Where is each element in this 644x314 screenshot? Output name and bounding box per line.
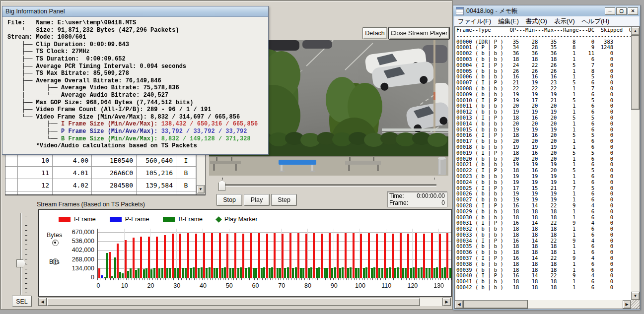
x-tick (372, 278, 373, 280)
notepad-scroll-up-button[interactable]: ▲ (631, 27, 640, 35)
x-tick (404, 278, 404, 280)
time-label: Time: (389, 192, 404, 199)
close-button[interactable]: ✕ (628, 7, 638, 15)
chart-scroll-left-button[interactable]: ◀ (38, 298, 47, 306)
notepad-titlebar[interactable]: 00418.log - メモ帳 ─ ▢ ✕ (453, 5, 640, 16)
frame-bar (279, 268, 281, 278)
frame-bar (429, 268, 430, 278)
info-line: ├── TS Clock: 27MHz (7, 48, 266, 56)
x-tick (210, 278, 211, 280)
x-tick (257, 278, 258, 280)
y-tick-label: 670,000 (60, 229, 94, 236)
x-tick (126, 278, 127, 280)
table-row[interactable]: 124.02284580139,584B (5, 179, 205, 191)
frame-bar (439, 234, 441, 278)
play-button[interactable]: Play (244, 194, 270, 206)
x-tick (341, 278, 341, 280)
x-tick (323, 278, 323, 280)
frame-bar (177, 268, 179, 278)
info-line: Stream: Mode: 1080/60i (7, 34, 266, 41)
frame-bar (111, 276, 113, 278)
x-tick (440, 278, 441, 280)
menu-item[interactable]: 編集(E) (495, 17, 522, 26)
frame-table-scroll-down-button[interactable]: ▼ (197, 185, 205, 193)
info-line: ├── Max GOP Size: 968,064 Bytes (7,744,5… (7, 99, 266, 107)
chart-scroll-right-button[interactable]: ▶ (442, 298, 451, 306)
table-cell: 139,584 (137, 179, 176, 191)
play-button-label: Play (251, 196, 263, 203)
frame-bar (127, 271, 129, 278)
x-tick-label: 120 (407, 282, 418, 289)
notepad-scroll-left-button[interactable]: ◀ (455, 300, 463, 309)
table-cell: B (176, 179, 196, 191)
x-tick (137, 278, 137, 280)
frame-bar (337, 234, 339, 278)
info-line: │ └── Average Audio Bitrate: 240,527 (7, 92, 266, 99)
notepad-v-scroll-thumb[interactable] (631, 35, 640, 110)
notepad-h-scrollbar[interactable]: ◀ ▶ (455, 300, 631, 309)
notepad-v-scrollbar[interactable]: ▲ ▼ (631, 27, 640, 300)
frame-bar (156, 237, 158, 278)
notepad-h-scroll-thumb[interactable] (463, 300, 528, 309)
x-tick (273, 278, 273, 280)
zoom-slider-track[interactable] (20, 213, 22, 295)
x-tick (144, 278, 145, 280)
x-tick (383, 278, 383, 280)
menu-item[interactable]: ファイル(F) (454, 17, 495, 26)
frame-bar (158, 268, 160, 278)
x-tick (132, 278, 132, 280)
x-tick-label: 100 (355, 282, 365, 289)
x-tick (432, 278, 433, 280)
detach-button[interactable]: Detach (362, 27, 387, 39)
menu-item[interactable]: ヘルプ(H) (578, 17, 613, 26)
frame-bar (292, 268, 294, 278)
chart-h-scrollbar[interactable]: ◀ ▶ (38, 298, 451, 306)
x-tick-label: 40 (200, 282, 207, 289)
x-tick (409, 278, 410, 280)
menu-item[interactable]: 書式(O) (522, 17, 551, 26)
big-information-panel-titlebar[interactable]: Big Information Panel (2, 6, 268, 17)
x-tick (100, 278, 100, 280)
chart-scroll-thumb[interactable] (47, 298, 420, 306)
seek-slider-track[interactable] (222, 184, 436, 187)
x-tick (286, 278, 286, 280)
frame-bar (331, 268, 333, 278)
seek-slider-thumb[interactable] (218, 181, 225, 191)
x-tick (121, 278, 121, 280)
frame-bar (253, 268, 255, 278)
info-line: ├── Video Frame Count (All-I/P/B): 289 -… (7, 106, 266, 114)
legend-swatch (163, 217, 175, 222)
x-tick (262, 278, 263, 280)
bytes-radio[interactable] (52, 240, 59, 246)
table-row[interactable]: 104.001E0540560,640I (5, 154, 205, 167)
legend-swatch (59, 217, 71, 222)
table-cell: 10 (18, 154, 53, 167)
notepad-scroll-down-button[interactable]: ▼ (631, 292, 640, 300)
close-stream-player-button[interactable]: Close Stream Player (389, 27, 449, 39)
table-row[interactable]: 135.002A6E40599,232I (5, 191, 205, 195)
frame-bar (219, 233, 221, 278)
legend-label: I-Frame (74, 216, 96, 223)
time-frame-readout: Time: 0:00:00.00 Frame: 0 (387, 191, 447, 207)
frame-bar (216, 268, 218, 278)
y-tick-label: 536,000 (60, 238, 94, 245)
notepad-text-area[interactable]: Frame--Type QP---Min---Max---Range---DC … (454, 26, 640, 309)
notepad-scroll-right-button[interactable]: ▶ (623, 300, 631, 309)
maximize-button[interactable]: ▢ (616, 7, 627, 15)
table-row[interactable]: 114.0126A6C0105,216B (5, 167, 205, 179)
x-tick (406, 278, 407, 280)
x-tick (168, 278, 168, 280)
frame-bar (274, 233, 276, 278)
frame-table-scrollbar[interactable]: ▼ (196, 154, 205, 194)
x-tick (399, 278, 399, 280)
frame-bar (405, 268, 407, 278)
frame-bar (371, 268, 373, 278)
stop-button[interactable]: Stop (216, 194, 242, 206)
minimize-button[interactable]: ─ (605, 7, 615, 15)
menu-item[interactable]: 表示(V) (551, 17, 578, 26)
resize-grip[interactable] (631, 300, 640, 309)
x-tick (375, 278, 375, 280)
sel-button[interactable]: SEL (12, 296, 32, 307)
step-button[interactable]: Step (271, 194, 297, 206)
frame-bar (363, 268, 365, 278)
